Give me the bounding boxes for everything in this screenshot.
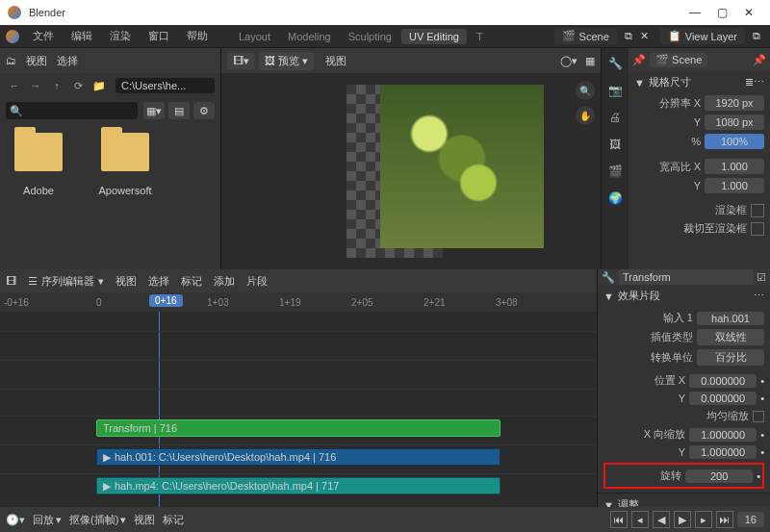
path-field[interactable]: C:\Users\he... bbox=[116, 78, 215, 93]
mute-checkbox[interactable]: ☑ bbox=[757, 271, 766, 284]
posy-field[interactable]: 0.000000 bbox=[689, 392, 757, 405]
pin-right-icon[interactable]: 📌 bbox=[753, 54, 766, 66]
res-x-field[interactable]: 1920 px bbox=[705, 95, 764, 111]
browser-select-menu[interactable]: 选择 bbox=[57, 54, 78, 68]
tab-modeling[interactable]: Modeling bbox=[280, 29, 339, 44]
menu-window[interactable]: 窗口 bbox=[141, 26, 177, 46]
crop-checkbox[interactable] bbox=[751, 222, 764, 236]
seq-editor-dropdown[interactable]: ☰ 序列编辑器 ▾ bbox=[28, 274, 104, 289]
jump-start-icon[interactable]: ⏮ bbox=[610, 511, 628, 528]
effect-panel-header[interactable]: ▼ 效果片段 ⋯ bbox=[598, 285, 770, 307]
scene-selector[interactable]: 🎬 Scene bbox=[554, 28, 617, 44]
nav-newfolder-icon[interactable]: 📁 bbox=[90, 77, 108, 94]
filter-icon[interactable]: ▤ bbox=[168, 102, 190, 119]
border-checkbox[interactable] bbox=[751, 204, 764, 217]
nav-forward-icon[interactable]: → bbox=[27, 77, 44, 94]
uniform-checkbox[interactable] bbox=[753, 411, 764, 422]
props-scene-selector[interactable]: 🎬 Scene bbox=[650, 53, 707, 67]
menu-edit[interactable]: 编辑 bbox=[64, 26, 100, 46]
tab-more[interactable]: T bbox=[469, 29, 491, 44]
scene-icon[interactable]: 🎬 bbox=[605, 162, 625, 181]
pct-field[interactable]: 100% bbox=[705, 134, 764, 149]
strip-transform[interactable]: Transform | 716 bbox=[96, 419, 500, 437]
timeline-view-menu[interactable]: 视图 bbox=[134, 513, 155, 527]
keying-dropdown[interactable]: 抠像(插帧) ▾ bbox=[69, 513, 126, 527]
current-frame-field[interactable]: 16 bbox=[737, 512, 764, 527]
render-icon[interactable]: 📷 bbox=[605, 81, 625, 100]
file-search-input[interactable]: 🔍 bbox=[6, 102, 138, 119]
playhead[interactable]: 0+16 bbox=[149, 294, 183, 307]
pan-icon[interactable]: ✋ bbox=[576, 106, 595, 125]
close-button[interactable]: ✕ bbox=[735, 3, 762, 22]
strip-hah001[interactable]: ▶hah.001: C:\Users\hero\Desktop\hah.mp4 … bbox=[96, 448, 500, 466]
close-scene-icon[interactable]: ✕ bbox=[640, 30, 649, 42]
prev-key-icon[interactable]: ◂ bbox=[631, 511, 649, 528]
tab-layout[interactable]: Layout bbox=[231, 29, 278, 44]
posx-field[interactable]: 0.000000 bbox=[689, 374, 757, 388]
preview-view-menu[interactable]: 视图 bbox=[325, 54, 346, 68]
menu-file[interactable]: 文件 bbox=[25, 26, 62, 46]
tab-sculpting[interactable]: Sculpting bbox=[341, 29, 399, 44]
menu-help[interactable]: 帮助 bbox=[179, 26, 216, 46]
strip-name-field[interactable]: Transform bbox=[619, 269, 753, 285]
tab-uv-editing[interactable]: UV Editing bbox=[401, 29, 467, 44]
browser-view-menu[interactable]: 视图 bbox=[26, 54, 47, 68]
viewlayer-icon[interactable]: 🖼 bbox=[605, 135, 625, 154]
input1-field[interactable]: hah.001 bbox=[697, 312, 764, 325]
timeline-editor-icon[interactable]: 🕐▾ bbox=[6, 514, 25, 526]
preset-icon[interactable]: ≣ bbox=[745, 76, 754, 89]
sequencer-tracks[interactable]: Transform | 716 ▶hah.001: C:\Users\hero\… bbox=[0, 312, 597, 507]
display-icon[interactable]: ▦ bbox=[585, 55, 595, 67]
options-icon[interactable]: ⋯ bbox=[754, 76, 764, 89]
menu-render[interactable]: 渲染 bbox=[102, 26, 139, 46]
play-icon[interactable]: ▶ bbox=[674, 511, 691, 528]
key-dot-icon[interactable]: • bbox=[760, 393, 764, 404]
options-icon[interactable]: ⋯ bbox=[754, 290, 764, 302]
editor-type-icon[interactable]: 🗂 bbox=[6, 55, 16, 66]
aspy-field[interactable]: 1.000 bbox=[705, 178, 764, 193]
key-dot-icon[interactable]: • bbox=[757, 470, 760, 482]
browse-icon[interactable]: ⧉ bbox=[621, 30, 636, 42]
dimensions-panel-header[interactable]: ▼ 规格尺寸 ≣ ⋯ bbox=[629, 71, 770, 93]
play-reverse-icon[interactable]: ◀ bbox=[653, 511, 670, 528]
playback-dropdown[interactable]: 回放 ▾ bbox=[33, 513, 62, 527]
maximize-button[interactable]: ▢ bbox=[708, 3, 735, 22]
seq-view-menu[interactable]: 视图 bbox=[116, 274, 137, 289]
unit-dropdown[interactable]: 百分比 bbox=[697, 349, 764, 366]
world-icon[interactable]: 🌍 bbox=[605, 189, 625, 208]
display-mode-icon[interactable]: ▦▾ bbox=[143, 102, 165, 119]
aspx-field[interactable]: 1.000 bbox=[705, 159, 764, 174]
timeline-ruler[interactable]: -0+16 0 0+16 1+03 1+19 2+05 2+21 3+08 bbox=[0, 292, 597, 312]
rot-field[interactable]: 200 bbox=[685, 469, 753, 483]
next-key-icon[interactable]: ▸ bbox=[695, 511, 712, 528]
editor-type-icon[interactable]: 🎞▾ bbox=[227, 53, 255, 69]
res-y-field[interactable]: 1080 px bbox=[705, 114, 764, 130]
strip-hah-mp4[interactable]: ▶hah.mp4: C:\Users\hero\Desktop\hah.mp4 … bbox=[96, 477, 500, 494]
nav-refresh-icon[interactable]: ⟳ bbox=[69, 77, 87, 94]
zoom-icon[interactable]: 🔍 bbox=[576, 81, 595, 100]
minimize-button[interactable]: — bbox=[681, 3, 708, 22]
overlay-icon[interactable]: ◯▾ bbox=[560, 55, 578, 67]
timeline-marker-menu[interactable]: 标记 bbox=[163, 513, 184, 527]
seq-strip-menu[interactable]: 片段 bbox=[246, 274, 268, 289]
scaley-field[interactable]: 1.000000 bbox=[689, 445, 757, 459]
folder-apowersoft[interactable]: Apowersoft bbox=[96, 133, 154, 260]
settings-icon[interactable]: ⚙ bbox=[193, 102, 215, 119]
scalex-field[interactable]: 1.000000 bbox=[689, 428, 757, 442]
viewlayer-selector[interactable]: 📋 View Layer bbox=[660, 28, 745, 44]
key-dot-icon[interactable]: • bbox=[760, 375, 764, 387]
editor-type-icon[interactable]: 🎞 bbox=[6, 275, 16, 287]
wrench-icon[interactable]: 🔧 bbox=[602, 271, 615, 284]
nav-back-icon[interactable]: ← bbox=[6, 77, 23, 94]
pin-icon[interactable]: 📌 bbox=[632, 54, 646, 66]
seq-select-menu[interactable]: 选择 bbox=[148, 274, 169, 289]
jump-end-icon[interactable]: ⏭ bbox=[716, 511, 733, 528]
seq-add-menu[interactable]: 添加 bbox=[214, 274, 235, 289]
browse-layer-icon[interactable]: ⧉ bbox=[749, 30, 764, 42]
nav-up-icon[interactable]: ↑ bbox=[48, 77, 65, 94]
preview-mode-dropdown[interactable]: 🖼 预览 ▾ bbox=[259, 52, 314, 70]
key-dot-icon[interactable]: • bbox=[760, 429, 764, 441]
wrench-icon[interactable]: 🔧 bbox=[605, 54, 625, 73]
key-dot-icon[interactable]: • bbox=[760, 446, 764, 458]
output-icon[interactable]: 🖨 bbox=[605, 108, 625, 127]
